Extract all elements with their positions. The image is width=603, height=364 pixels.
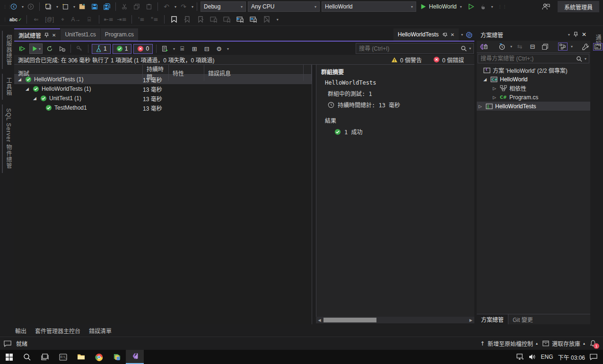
playlist-button[interactable] (160, 43, 170, 54)
visual-studio-button[interactable] (126, 350, 144, 364)
toolbar2-overflow[interactable]: ▾ (277, 17, 279, 22)
file-node-program[interactable]: ▷ C# Program.cs (477, 93, 590, 102)
next-bookmark-doc-icon[interactable] (248, 14, 259, 25)
at-symbol-icon[interactable]: [@] (44, 14, 55, 25)
tab-git-changes[interactable]: Git 變更 (508, 314, 537, 324)
notifications-bell-button[interactable]: 1 (590, 340, 596, 347)
scroll-right-arrow[interactable]: ▶ (467, 318, 474, 322)
expander-icon[interactable]: ◢ (26, 87, 30, 91)
server-explorer-vtab[interactable]: 伺服器總管 (2, 31, 15, 69)
solution-explorer-titlebar[interactable]: 方案總管 ▾ ✕ (477, 28, 590, 41)
spell-check-icon[interactable]: abc✓ (9, 14, 22, 25)
collapse-all-icon[interactable]: ⊟ (527, 42, 538, 52)
repeat-last-run-button[interactable] (44, 43, 55, 54)
toggle-bookmark-icon[interactable] (169, 14, 179, 25)
tab-output[interactable]: 輸出 (15, 327, 26, 335)
scroll-left-arrow[interactable]: ◀ (316, 318, 323, 322)
command-prompt-button[interactable]: C:\_ (54, 350, 72, 364)
start-button[interactable] (0, 350, 18, 364)
prev-bookmark-icon[interactable] (182, 14, 192, 25)
prev-bookmark-folder-icon[interactable] (209, 14, 219, 25)
scrollbar-thumb[interactable] (323, 318, 376, 322)
select-pointer-icon[interactable]: ⌖ (58, 14, 68, 25)
navigate-back-button[interactable] (9, 1, 19, 12)
toolbar-grip[interactable]: ⋮⋮ (3, 19, 7, 20)
dependencies-node[interactable]: ▷ 相依性 (477, 84, 590, 93)
copy-button[interactable] (131, 1, 142, 12)
pin-icon[interactable] (442, 32, 447, 37)
test-row[interactable]: ◢ HelloWorldTests (1) 13 毫秒 (14, 84, 312, 94)
hot-reload-dropdown[interactable]: ▾ (491, 5, 493, 9)
new-file-button[interactable] (60, 1, 70, 12)
sql-server-object-explorer-vtab[interactable]: SQL Server 物件總管 (2, 104, 15, 173)
expander-icon[interactable]: ▷ (493, 86, 498, 91)
hot-reload-button[interactable] (478, 1, 489, 12)
expand-all-button[interactable]: ⊞ (189, 43, 200, 54)
show-all-files-icon[interactable] (540, 42, 551, 52)
redo-dropdown[interactable]: ▾ (192, 5, 193, 9)
prev-bookmark-doc-icon[interactable] (235, 14, 245, 25)
test-row[interactable]: TestMethod1 13 毫秒 (14, 103, 312, 113)
tab-package-manager-console[interactable]: 套件管理器主控台 (35, 327, 80, 335)
group-by-button[interactable]: ⌸ (177, 43, 187, 54)
chrome-button[interactable] (90, 350, 108, 364)
save-all-button[interactable] (102, 1, 112, 12)
solution-search-input[interactable] (478, 55, 576, 62)
expander-icon[interactable]: ◢ (33, 96, 38, 101)
cancel-run-button[interactable] (57, 43, 67, 54)
sync-with-active-document-icon[interactable]: ⇆ (515, 42, 525, 52)
decrease-indent-icon[interactable]: ⇤≡ (104, 14, 114, 25)
tab-unittest1[interactable]: UnitTest1.cs (61, 28, 100, 41)
total-tests-filter[interactable]: 1 (92, 44, 111, 54)
warning-count[interactable]: 0 個警告 (400, 56, 422, 64)
preview-selected-items-toggle[interactable] (593, 43, 603, 51)
start-without-debugging-button[interactable] (466, 1, 476, 12)
edge-button[interactable] (108, 350, 126, 364)
navigate-back-dropdown[interactable]: ▾ (22, 5, 24, 9)
comment-icon[interactable]: '≡ (136, 14, 147, 25)
next-bookmark-folder-icon[interactable] (222, 14, 232, 25)
clock[interactable]: 下午 03:06 (558, 353, 585, 361)
action-center-icon[interactable] (590, 354, 597, 360)
tab-list-dropdown[interactable]: ▾ (461, 33, 463, 37)
start-debugging-button[interactable]: HelloWorld ▾ (418, 1, 463, 12)
file-explorer-button[interactable] (72, 350, 90, 364)
collapse-all-button[interactable]: ⊟ (201, 43, 212, 54)
administrator-badge[interactable]: 系統管理員 (558, 1, 599, 12)
undo-button[interactable]: ↶ (161, 1, 172, 12)
tab-helloworldtests-doc[interactable]: HelloWorldTests ✕ (393, 28, 459, 41)
expander-icon[interactable]: ◢ (483, 77, 488, 82)
close-icon[interactable]: ✕ (451, 32, 454, 37)
search-icon[interactable] (576, 56, 582, 62)
search-options-dropdown[interactable]: ▾ (469, 46, 471, 51)
run-tests-button[interactable]: ▾ (29, 43, 43, 54)
new-project-dropdown[interactable]: ▾ (56, 5, 58, 9)
select-repository-button[interactable]: 選取存放庫 ▴ (542, 339, 585, 347)
search-icon[interactable] (461, 45, 467, 52)
failed-tests-filter[interactable]: 0 (133, 44, 153, 54)
search-options-dropdown[interactable]: ▾ (585, 57, 586, 61)
navigate-backward-icon[interactable]: ⇐ (31, 14, 42, 25)
window-position-dropdown[interactable]: ▾ (568, 33, 570, 37)
toolbox-vtab[interactable]: 工具箱 (2, 74, 15, 100)
tab-error-list[interactable]: 錯誤清單 (89, 327, 112, 335)
track-active-item-toggle[interactable] (558, 43, 568, 51)
new-file-dropdown[interactable]: ▾ (73, 5, 75, 9)
project-node-helloworldtests[interactable]: ▷ HelloWorldTests (477, 102, 590, 111)
task-view-button[interactable] (36, 350, 54, 364)
network-display-icon[interactable] (516, 354, 524, 360)
playlist-dropdown[interactable]: ▾ (173, 47, 175, 51)
expander-icon[interactable]: ▷ (479, 104, 483, 109)
toolbar-overflow[interactable]: ⋮⋮ (498, 6, 502, 8)
test-row[interactable]: ◢ UnitTest1 (1) 13 毫秒 (14, 94, 312, 103)
rename-icon[interactable]: A→ (71, 14, 81, 25)
tab-test-explorer[interactable]: 測試總管 ✕ (14, 28, 60, 41)
paste-button[interactable] (144, 1, 154, 12)
expander-icon[interactable]: ▷ (493, 95, 498, 100)
navigate-forward-button[interactable] (26, 1, 36, 12)
filter-key-icon[interactable] (74, 43, 85, 54)
tab-program[interactable]: Program.cs (101, 28, 138, 41)
solution-platform-dropdown[interactable]: Any CPU▾ (248, 1, 320, 12)
run-all-tests-button[interactable] (17, 43, 27, 54)
horizontal-scrollbar[interactable]: ◀ ▶ (316, 317, 474, 323)
